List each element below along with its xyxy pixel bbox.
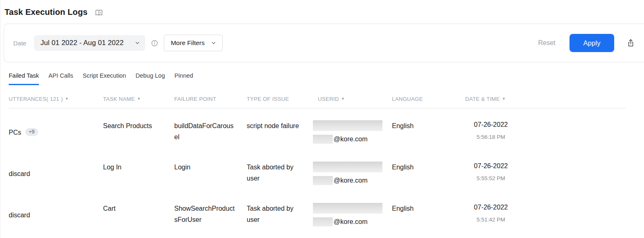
tab[interactable]: Pinned [174,71,193,85]
filter-bar: Date Jul 01 2022 - Aug 01 2022 More Filt… [4,24,644,62]
column-header[interactable]: USERID ▼ [318,96,392,102]
log-type-tabs: Failed Task API Calls Script Execution D… [0,71,644,85]
utterance-text[interactable]: discard [9,168,30,179]
date-filter-label: Date [13,40,26,47]
table-row[interactable]: discard Log In Login Task aborted by use… [9,150,644,191]
datetime-cell: 07-26-2022 5:55:52 PM [465,162,517,186]
column-header[interactable]: LANGUAGE ▼ [392,96,465,102]
failed-task-table: UTTERANCES( 121 ) ▼ TASK NAME ▼ FAILURE … [0,85,644,233]
table-row[interactable]: discard Cart ShowSearchProductsForUser T… [9,191,644,233]
task-name-cell: Log In [103,162,174,186]
sort-descending-icon[interactable]: ▼ [65,97,69,101]
date-range-dropdown[interactable]: Jul 01 2022 - Aug 01 2022 [34,35,145,51]
column-header-label: USERID [318,96,339,102]
userid-domain-text: @kore.com [334,216,368,227]
time-text: 5:55:52 PM [465,173,517,184]
redacted-userid-block [313,120,382,131]
info-icon[interactable] [151,40,158,47]
sort-descending-icon[interactable]: ▼ [502,97,506,101]
utterance-text[interactable]: PCs [9,127,21,138]
column-header-label: DATE & TIME [465,96,500,102]
column-header-label: LANGUAGE [392,96,423,102]
tab[interactable]: Script Execution [83,71,126,85]
column-header[interactable]: UTTERANCES( 121 ) ▼ [9,96,103,102]
userid-cell: @kore.com [318,203,392,227]
page-header: Task Execution Logs [0,0,644,17]
reset-button[interactable]: Reset [536,39,558,47]
documentation-book-icon[interactable] [95,9,103,17]
type-of-issue-cell: Task aborted by user [247,203,318,227]
more-filters-label: More Filters [171,39,205,47]
more-filters-button[interactable]: More Filters [164,35,223,51]
date-text: 07-26-2022 [465,120,517,129]
redacted-userid-fragment [313,135,333,144]
datetime-cell: 07-26-2022 5:51:42 PM [465,203,517,227]
column-header[interactable]: TASK NAME ▼ [103,96,174,102]
chevron-down-icon [135,40,140,46]
redacted-userid-block [313,162,382,172]
column-header[interactable]: FAILURE POINT ▼ [174,96,247,102]
export-icon[interactable] [627,38,635,48]
userid-domain-text: @kore.com [334,133,368,145]
task-name-cell: Cart [103,203,174,227]
redacted-userid-block [313,203,382,214]
page-title: Task Execution Logs [5,7,87,17]
chevron-down-icon [211,40,216,46]
failure-point-cell: ShowSearchProductsForUser [174,203,247,227]
apply-button[interactable]: Apply [570,34,614,52]
column-header[interactable]: DATE & TIME ▼ [465,96,527,102]
column-header-label: TASK NAME [103,96,135,102]
type-of-issue-cell: Task aborted by user [247,162,318,186]
column-header[interactable]: TYPE OF ISSUE ▼ [247,96,318,102]
userid-cell: @kore.com [318,162,392,186]
datetime-cell: 07-26-2022 5:56:18 PM [465,120,517,145]
column-header-label: UTTERANCES( 121 ) [9,96,63,102]
utterance-cell: PCs +9 [9,120,103,145]
language-cell: English [392,162,465,186]
date-range-value: Jul 01 2022 - Aug 01 2022 [41,39,124,47]
utterance-cell: discard [9,162,103,186]
task-name-cell: Search Products [103,120,174,145]
language-cell: English [392,120,465,145]
utterance-count-badge[interactable]: +9 [25,128,38,136]
time-text: 5:56:18 PM [465,131,517,143]
time-text: 5:51:42 PM [465,214,517,225]
column-header-label: FAILURE POINT [174,96,216,102]
tab[interactable]: API Calls [48,71,73,85]
tab[interactable]: Debug Log [136,71,165,85]
userid-domain-text: @kore.com [334,175,368,186]
utterance-text[interactable]: discard [9,209,30,221]
tab[interactable]: Failed Task [9,71,39,85]
date-text: 07-26-2022 [465,203,517,212]
userid-cell: @kore.com [318,120,392,145]
failure-point-cell: Login [174,162,247,186]
utterance-cell: discard [9,203,103,227]
sort-descending-icon[interactable]: ▼ [137,97,141,101]
column-header-label: TYPE OF ISSUE [247,96,289,102]
sort-descending-icon[interactable]: ▼ [341,97,345,101]
failure-point-cell: buildDataForCarousel [174,120,247,145]
table-header-row: UTTERANCES( 121 ) ▼ TASK NAME ▼ FAILURE … [0,85,644,108]
table-row[interactable]: PCs +9 Search Products buildDataForCarou… [9,109,644,150]
type-of-issue-cell: script node failure [247,120,318,145]
redacted-userid-fragment [313,217,333,226]
language-cell: English [392,203,465,227]
table-body: PCs +9 Search Products buildDataForCarou… [0,109,644,233]
date-text: 07-26-2022 [465,162,517,171]
redacted-userid-fragment [313,176,333,185]
